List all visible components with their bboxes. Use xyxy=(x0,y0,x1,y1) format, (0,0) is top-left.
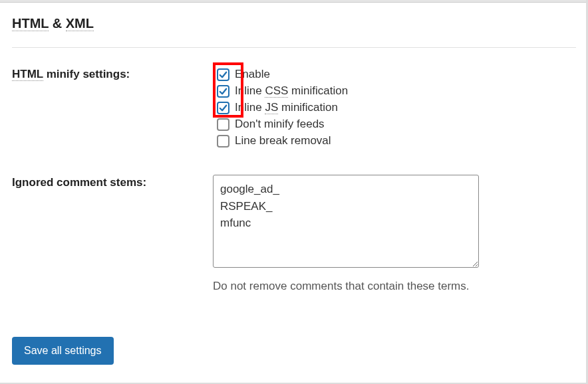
checkbox-label-2[interactable]: Inline JS minification xyxy=(235,101,338,114)
checkbox-row-4: Line break removal xyxy=(217,133,576,149)
minify-checkbox-group: EnableInline CSS minificationInline JS m… xyxy=(213,66,576,149)
section-title-amp: & xyxy=(53,16,62,31)
checkbox-row-1: Inline CSS minification xyxy=(217,83,576,99)
checkbox-row-3: Don't minify feeds xyxy=(217,116,576,132)
ignored-stems-label: Ignored comment stems: xyxy=(12,175,213,189)
checkbox-label-3[interactable]: Don't minify feeds xyxy=(235,118,325,131)
ignored-stems-help: Do not remove comments that contain thes… xyxy=(213,280,479,293)
checkbox-label-4[interactable]: Line break removal xyxy=(235,134,331,147)
checkbox-1[interactable] xyxy=(217,85,229,98)
html-minify-row: HTML minify settings: EnableInline CSS m… xyxy=(12,66,576,149)
checkbox-4[interactable] xyxy=(217,135,229,147)
section-title-html: HTML xyxy=(12,16,49,31)
section-title: HTML & XML xyxy=(12,16,576,39)
section-title-xml: XML xyxy=(66,16,94,31)
checkbox-row-0: Enable xyxy=(217,66,576,82)
checkbox-label-0[interactable]: Enable xyxy=(235,68,270,81)
ignored-stems-row: Ignored comment stems: Do not remove com… xyxy=(12,175,576,293)
save-button[interactable]: Save all settings xyxy=(12,337,114,365)
ignored-stems-textarea[interactable] xyxy=(213,175,479,268)
checkbox-0[interactable] xyxy=(217,68,229,81)
checkbox-label-1[interactable]: Inline CSS minification xyxy=(235,84,348,98)
checkbox-2[interactable] xyxy=(217,102,229,114)
checkbox-3[interactable] xyxy=(217,118,229,131)
checkbox-row-2: Inline JS minification xyxy=(217,100,576,116)
section-divider xyxy=(12,47,576,48)
html-minify-label: HTML minify settings: xyxy=(12,66,213,81)
